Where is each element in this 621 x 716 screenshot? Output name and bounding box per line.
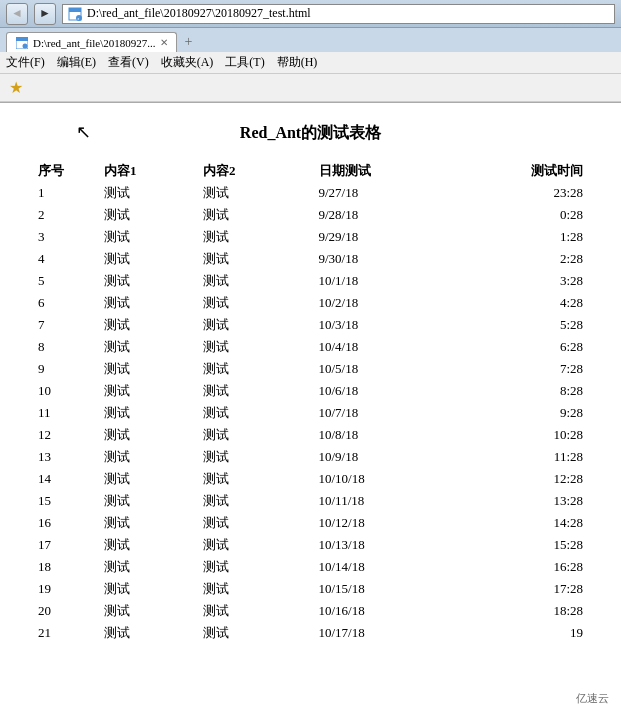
table-row: 2测试测试9/28/180:28 — [30, 204, 591, 226]
cell-date: 10/16/18 — [311, 600, 460, 622]
toolbar: ★ — [0, 74, 621, 102]
cell-time: 7:28 — [459, 358, 591, 380]
cell-id: 12 — [30, 424, 96, 446]
cell-col1: 测试 — [96, 226, 195, 248]
cell-date: 10/7/18 — [311, 402, 460, 424]
cell-date: 10/4/18 — [311, 336, 460, 358]
table-row: 3测试测试9/29/181:28 — [30, 226, 591, 248]
table-row: 15测试测试10/11/1813:28 — [30, 490, 591, 512]
cell-col1: 测试 — [96, 424, 195, 446]
cell-col2: 测试 — [195, 446, 311, 468]
cell-col2: 测试 — [195, 424, 311, 446]
cell-col1: 测试 — [96, 380, 195, 402]
cell-col2: 测试 — [195, 336, 311, 358]
col-header-date: 日期测试 — [311, 160, 460, 182]
page-content: ↖ Red_Ant的测试表格 序号 内容1 内容2 日期测试 测试时间 1测试测… — [0, 103, 621, 683]
cell-time: 9:28 — [459, 402, 591, 424]
cell-col2: 测试 — [195, 622, 311, 644]
cell-col1: 测试 — [96, 534, 195, 556]
cell-col2: 测试 — [195, 380, 311, 402]
cell-col1: 测试 — [96, 468, 195, 490]
cell-id: 7 — [30, 314, 96, 336]
table-row: 13测试测试10/9/1811:28 — [30, 446, 591, 468]
menu-tools[interactable]: 工具(T) — [225, 54, 264, 71]
cell-time: 8:28 — [459, 380, 591, 402]
cell-time: 1:28 — [459, 226, 591, 248]
cell-id: 19 — [30, 578, 96, 600]
cell-time: 3:28 — [459, 270, 591, 292]
table-row: 16测试测试10/12/1814:28 — [30, 512, 591, 534]
table-row: 11测试测试10/7/189:28 — [30, 402, 591, 424]
cell-time: 12:28 — [459, 468, 591, 490]
cell-date: 10/8/18 — [311, 424, 460, 446]
favorites-star-icon[interactable]: ★ — [6, 78, 26, 98]
cell-id: 3 — [30, 226, 96, 248]
cell-col1: 测试 — [96, 578, 195, 600]
cell-col1: 测试 — [96, 402, 195, 424]
cell-date: 10/14/18 — [311, 556, 460, 578]
forward-button[interactable]: ► — [34, 3, 56, 25]
cell-col1: 测试 — [96, 336, 195, 358]
cell-id: 9 — [30, 358, 96, 380]
cell-col1: 测试 — [96, 556, 195, 578]
cell-time: 18:28 — [459, 600, 591, 622]
cell-col2: 测试 — [195, 270, 311, 292]
table-row: 18测试测试10/14/1816:28 — [30, 556, 591, 578]
svg-rect-1 — [69, 8, 81, 12]
col-header-id: 序号 — [30, 160, 96, 182]
cell-date: 10/5/18 — [311, 358, 460, 380]
cell-time: 4:28 — [459, 292, 591, 314]
menu-bar: 文件(F) 编辑(E) 查看(V) 收藏夹(A) 工具(T) 帮助(H) — [0, 52, 621, 74]
new-tab-button[interactable]: + — [179, 32, 199, 52]
table-row: 17测试测试10/13/1815:28 — [30, 534, 591, 556]
cell-id: 16 — [30, 512, 96, 534]
cell-time: 6:28 — [459, 336, 591, 358]
address-text: D:\red_ant_file\20180927\20180927_test.h… — [87, 6, 311, 21]
menu-view[interactable]: 查看(V) — [108, 54, 149, 71]
cell-col2: 测试 — [195, 600, 311, 622]
table-row: 20测试测试10/16/1818:28 — [30, 600, 591, 622]
cell-time: 11:28 — [459, 446, 591, 468]
back-button[interactable]: ◄ — [6, 3, 28, 25]
cell-col2: 测试 — [195, 292, 311, 314]
tab-bar: D:\red_ant_file\20180927... ✕ + — [0, 28, 621, 52]
table-row: 5测试测试10/1/183:28 — [30, 270, 591, 292]
table-row: 12测试测试10/8/1810:28 — [30, 424, 591, 446]
table-row: 10测试测试10/6/188:28 — [30, 380, 591, 402]
page-icon: e — [67, 6, 83, 22]
cell-col2: 测试 — [195, 468, 311, 490]
svg-point-6 — [23, 43, 28, 48]
cell-id: 15 — [30, 490, 96, 512]
page-title: Red_Ant的测试表格 — [30, 123, 591, 144]
menu-edit[interactable]: 编辑(E) — [57, 54, 96, 71]
cell-date: 10/17/18 — [311, 622, 460, 644]
cell-date: 10/10/18 — [311, 468, 460, 490]
cell-col1: 测试 — [96, 314, 195, 336]
cell-date: 10/1/18 — [311, 270, 460, 292]
cell-time: 13:28 — [459, 490, 591, 512]
cell-time: 10:28 — [459, 424, 591, 446]
menu-help[interactable]: 帮助(H) — [277, 54, 318, 71]
active-tab[interactable]: D:\red_ant_file\20180927... ✕ — [6, 32, 177, 52]
cell-col1: 测试 — [96, 248, 195, 270]
cell-date: 10/11/18 — [311, 490, 460, 512]
tab-close-button[interactable]: ✕ — [160, 37, 168, 48]
cell-time: 0:28 — [459, 204, 591, 226]
cell-col1: 测试 — [96, 270, 195, 292]
menu-file[interactable]: 文件(F) — [6, 54, 45, 71]
cell-col2: 测试 — [195, 248, 311, 270]
cell-col1: 测试 — [96, 204, 195, 226]
cell-id: 1 — [30, 182, 96, 204]
cell-id: 8 — [30, 336, 96, 358]
cell-col2: 测试 — [195, 314, 311, 336]
cell-col2: 测试 — [195, 402, 311, 424]
cell-time: 23:28 — [459, 182, 591, 204]
cell-col2: 测试 — [195, 578, 311, 600]
table-row: 1测试测试9/27/1823:28 — [30, 182, 591, 204]
cell-col2: 测试 — [195, 534, 311, 556]
svg-rect-5 — [16, 37, 28, 41]
cell-date: 9/28/18 — [311, 204, 460, 226]
address-bar[interactable]: e D:\red_ant_file\20180927\20180927_test… — [62, 4, 615, 24]
cell-id: 18 — [30, 556, 96, 578]
menu-favorites[interactable]: 收藏夹(A) — [161, 54, 214, 71]
